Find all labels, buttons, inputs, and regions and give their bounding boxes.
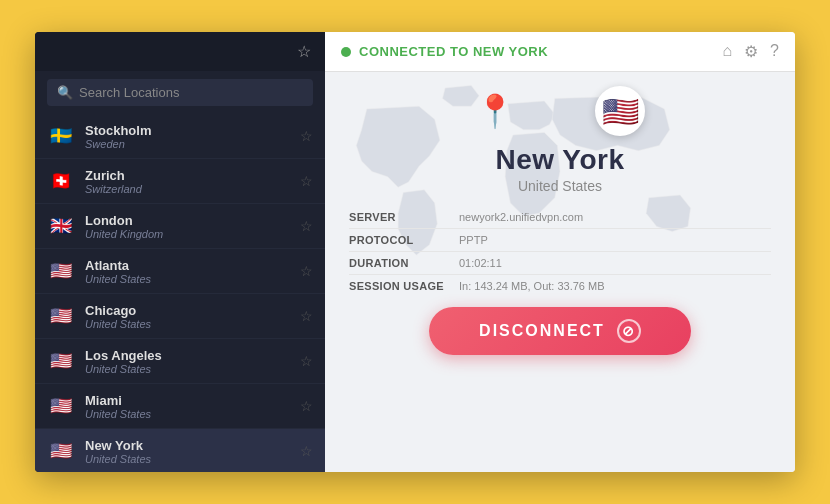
location-name: Los Angeles (85, 348, 300, 363)
location-list: 🇸🇪 Stockholm Sweden ☆ 🇨🇭 Zurich Switzerl… (35, 114, 325, 472)
location-info: Atlanta United States (85, 258, 300, 285)
location-item[interactable]: 🇺🇸 Chicago United States ☆ (35, 294, 325, 339)
home-icon[interactable]: ⌂ (722, 42, 732, 61)
location-info: Los Angeles United States (85, 348, 300, 375)
location-item[interactable]: 🇺🇸 Atlanta United States ☆ (35, 249, 325, 294)
info-label: SESSION USAGE (349, 280, 459, 292)
location-star-icon[interactable]: ☆ (300, 173, 313, 189)
location-info: Zurich Switzerland (85, 168, 300, 195)
location-item[interactable]: 🇺🇸 Los Angeles United States ☆ (35, 339, 325, 384)
location-star-icon[interactable]: ☆ (300, 398, 313, 414)
location-country: Switzerland (85, 183, 300, 195)
info-table: SERVER newyork2.unifiedvpn.com PROTOCOL … (349, 206, 771, 297)
status-text: CONNECTED TO NEW YORK (359, 44, 548, 59)
map-area: 📍 🇺🇸 New York United States SERVER newyo… (325, 72, 795, 472)
sidebar-header: ☆ (35, 32, 325, 71)
map-content: 📍 🇺🇸 New York United States SERVER newyo… (325, 72, 795, 365)
app-window: ☆ 🔍 🇸🇪 Stockholm Sweden ☆ 🇨🇭 Zurich Swit… (35, 32, 795, 472)
info-label: DURATION (349, 257, 459, 269)
location-item[interactable]: 🇺🇸 Miami United States ☆ (35, 384, 325, 429)
location-name: Atlanta (85, 258, 300, 273)
favorites-icon[interactable]: ☆ (297, 42, 311, 61)
info-value: In: 143.24 MB, Out: 33.76 MB (459, 280, 605, 292)
info-row: SESSION USAGE In: 143.24 MB, Out: 33.76 … (349, 275, 771, 297)
map-icons-row: 📍 🇺🇸 (475, 86, 645, 136)
location-name: Chicago (85, 303, 300, 318)
info-row: DURATION 01:02:11 (349, 252, 771, 275)
location-country: United Kingdom (85, 228, 300, 240)
location-flag: 🇺🇸 (47, 437, 75, 465)
country-flag-circle: 🇺🇸 (595, 86, 645, 136)
location-star-icon[interactable]: ☆ (300, 128, 313, 144)
location-info: New York United States (85, 438, 300, 465)
info-value: PPTP (459, 234, 488, 246)
location-info: London United Kingdom (85, 213, 300, 240)
info-row: PROTOCOL PPTP (349, 229, 771, 252)
location-flag: 🇺🇸 (47, 257, 75, 285)
disconnect-icon: ⊘ (617, 319, 641, 343)
location-country: United States (85, 318, 300, 330)
location-pin-icon: 📍 (475, 92, 515, 130)
location-name: Stockholm (85, 123, 300, 138)
location-flag: 🇺🇸 (47, 392, 75, 420)
info-value: 01:02:11 (459, 257, 502, 269)
info-row: SERVER newyork2.unifiedvpn.com (349, 206, 771, 229)
disconnect-button[interactable]: DISCONNECT ⊘ (429, 307, 691, 355)
location-flag: 🇬🇧 (47, 212, 75, 240)
settings-icon[interactable]: ⚙ (744, 42, 758, 61)
search-input[interactable] (79, 85, 303, 100)
location-item[interactable]: 🇺🇸 New York United States ☆ (35, 429, 325, 472)
location-star-icon[interactable]: ☆ (300, 218, 313, 234)
search-icon: 🔍 (57, 85, 73, 100)
location-star-icon[interactable]: ☆ (300, 443, 313, 459)
info-label: SERVER (349, 211, 459, 223)
status-dot (341, 47, 351, 57)
location-flag: 🇸🇪 (47, 122, 75, 150)
location-country: United States (85, 363, 300, 375)
info-label: PROTOCOL (349, 234, 459, 246)
info-value: newyork2.unifiedvpn.com (459, 211, 583, 223)
location-name: London (85, 213, 300, 228)
location-country: United States (85, 453, 300, 465)
location-country: United States (85, 273, 300, 285)
location-item[interactable]: 🇬🇧 London United Kingdom ☆ (35, 204, 325, 249)
connection-status: CONNECTED TO NEW YORK (341, 44, 722, 59)
location-flag: 🇺🇸 (47, 347, 75, 375)
help-icon[interactable]: ? (770, 42, 779, 61)
header-icons: ⌂ ⚙ ? (722, 42, 779, 61)
location-country: United States (85, 408, 300, 420)
search-bar: 🔍 (47, 79, 313, 106)
location-info: Stockholm Sweden (85, 123, 300, 150)
location-star-icon[interactable]: ☆ (300, 308, 313, 324)
location-flag: 🇺🇸 (47, 302, 75, 330)
location-info: Chicago United States (85, 303, 300, 330)
location-name: New York (85, 438, 300, 453)
country-flag: 🇺🇸 (602, 94, 639, 129)
location-item[interactable]: 🇨🇭 Zurich Switzerland ☆ (35, 159, 325, 204)
country-name: United States (518, 178, 602, 194)
disconnect-label: DISCONNECT (479, 322, 605, 340)
location-info: Miami United States (85, 393, 300, 420)
location-name: Zurich (85, 168, 300, 183)
sidebar: ☆ 🔍 🇸🇪 Stockholm Sweden ☆ 🇨🇭 Zurich Swit… (35, 32, 325, 472)
location-country: Sweden (85, 138, 300, 150)
main-header: CONNECTED TO NEW YORK ⌂ ⚙ ? (325, 32, 795, 72)
location-flag: 🇨🇭 (47, 167, 75, 195)
main-panel: CONNECTED TO NEW YORK ⌂ ⚙ ? (325, 32, 795, 472)
location-item[interactable]: 🇸🇪 Stockholm Sweden ☆ (35, 114, 325, 159)
location-name: Miami (85, 393, 300, 408)
city-name: New York (495, 144, 624, 176)
location-star-icon[interactable]: ☆ (300, 353, 313, 369)
location-star-icon[interactable]: ☆ (300, 263, 313, 279)
